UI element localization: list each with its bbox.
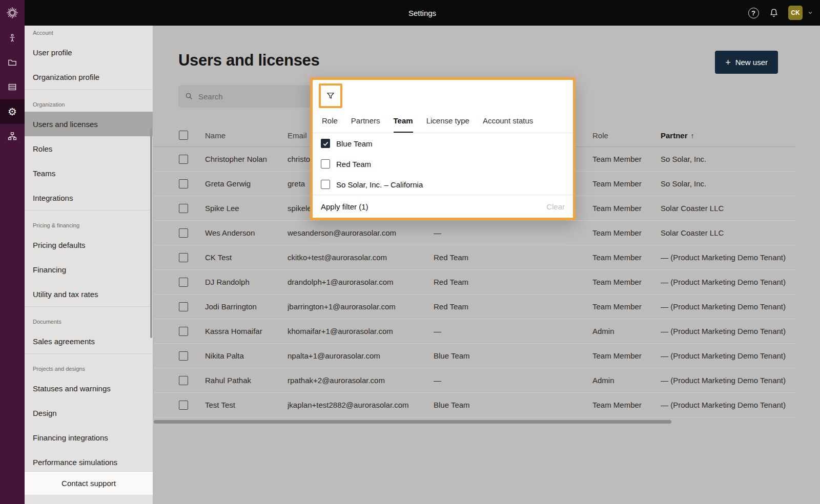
tab-license-type[interactable]: License type xyxy=(426,110,469,133)
column-header-name: Name xyxy=(205,131,288,140)
row-checkbox[interactable] xyxy=(179,302,188,311)
org-chart-icon[interactable] xyxy=(0,124,25,149)
help-icon[interactable]: ? xyxy=(747,7,760,19)
sidebar-item-teams[interactable]: Teams xyxy=(25,161,153,185)
row-checkbox[interactable] xyxy=(179,376,188,385)
checkbox-unchecked[interactable] xyxy=(321,180,330,189)
cell-name: Jodi Barrington xyxy=(205,302,288,311)
tab-team[interactable]: Team xyxy=(394,110,413,133)
row-checkbox[interactable] xyxy=(179,228,188,238)
sidebar-item-user-profile[interactable]: User profile xyxy=(25,40,153,65)
table-row[interactable]: Kassra Homaifar khomaifar+1@aurorasolar.… xyxy=(154,319,795,344)
column-header-partner[interactable]: Partner↑ xyxy=(661,131,795,140)
cell-role: Team Member xyxy=(592,253,661,262)
cell-role: Team Member xyxy=(592,228,661,237)
chevron-down-icon[interactable] xyxy=(807,7,814,19)
filter-footer: Apply filter (1) Clear xyxy=(313,195,573,218)
checkbox-checked[interactable] xyxy=(321,139,330,148)
bell-icon[interactable] xyxy=(768,7,780,19)
table-icon[interactable] xyxy=(0,75,25,99)
cell-team: Red Team xyxy=(434,302,592,311)
checkbox-unchecked[interactable] xyxy=(321,159,330,169)
filter-tabs: Role Partners Team License type Account … xyxy=(313,110,573,133)
gear-icon[interactable]: ⚙ xyxy=(0,99,25,124)
cell-partner: Solar Coaster LLC xyxy=(661,204,795,213)
table-row[interactable]: Rahul Pathak rpathak+2@aurorasolar.com —… xyxy=(154,368,795,393)
filter-button[interactable] xyxy=(319,83,342,108)
tab-partners[interactable]: Partners xyxy=(351,110,380,133)
app-rail: ⚙ xyxy=(0,0,25,504)
settings-sidebar: Account User profile Organization profil… xyxy=(25,26,153,504)
table-row[interactable]: CK Test ckitko+test@aurorasolar.com Red … xyxy=(154,245,795,270)
plus-icon: + xyxy=(725,58,731,67)
filter-options: Blue Team Red Team So Solar, Inc. – Cali… xyxy=(313,133,573,195)
select-all-checkbox[interactable] xyxy=(179,131,188,140)
filter-option-so-solar-california[interactable]: So Solar, Inc. – California xyxy=(313,174,573,195)
cell-partner: — (Product Marketing Demo Tenant) xyxy=(661,401,795,409)
aurora-logo-icon[interactable] xyxy=(0,0,25,26)
person-icon[interactable] xyxy=(0,26,25,50)
sidebar-item-financing-integrations[interactable]: Financing integrations xyxy=(25,425,153,450)
table-row[interactable]: Jodi Barrington jbarrington+1@aurorasola… xyxy=(154,295,795,319)
row-checkbox[interactable] xyxy=(179,179,188,188)
filter-option-blue-team[interactable]: Blue Team xyxy=(313,133,573,154)
row-checkbox[interactable] xyxy=(179,204,188,213)
contact-support-button[interactable]: Contact support xyxy=(25,471,153,495)
filter-option-red-team[interactable]: Red Team xyxy=(313,154,573,174)
folder-icon[interactable] xyxy=(0,50,25,75)
sidebar-scrollbar[interactable] xyxy=(150,128,152,338)
row-checkbox[interactable] xyxy=(179,351,188,361)
row-checkbox[interactable] xyxy=(179,278,188,287)
row-checkbox[interactable] xyxy=(179,155,188,164)
cell-name: Kassra Homaifar xyxy=(205,327,288,335)
cell-role: Admin xyxy=(592,376,661,385)
filter-popover: Role Partners Team License type Account … xyxy=(310,77,576,220)
cell-email: khomaifar+1@aurorasolar.com xyxy=(288,327,434,335)
table-row[interactable]: DJ Randolph drandolph+1@aurorasolar.com … xyxy=(154,270,795,295)
tab-account-status[interactable]: Account status xyxy=(483,110,533,133)
row-checkbox[interactable] xyxy=(179,401,188,410)
cell-email: wesanderson@aurorasolar.com xyxy=(288,228,434,237)
tab-role[interactable]: Role xyxy=(322,110,338,133)
cell-role: Team Member xyxy=(592,351,661,360)
cell-name: Greta Gerwig xyxy=(205,179,288,188)
clear-filter-button[interactable]: Clear xyxy=(546,202,565,211)
sidebar-item-statuses-warnings[interactable]: Statuses and warnings xyxy=(25,376,153,401)
apply-filter-button[interactable]: Apply filter (1) xyxy=(321,202,368,211)
sidebar-item-integrations[interactable]: Integrations xyxy=(25,185,153,210)
sidebar-item-financing[interactable]: Financing xyxy=(25,257,153,282)
table-row[interactable]: Test Test jkaplan+test2882@aurorasolar.c… xyxy=(154,393,795,417)
sidebar-item-utility-tax-rates[interactable]: Utility and tax rates xyxy=(25,282,153,306)
sidebar-item-pricing-defaults[interactable]: Pricing defaults xyxy=(25,233,153,257)
topbar: Settings ? CK xyxy=(25,0,820,26)
cell-email: rpathak+2@aurorasolar.com xyxy=(288,376,434,385)
sidebar-item-performance-simulations[interactable]: Performance simulations xyxy=(25,450,153,474)
sidebar-item-roles[interactable]: Roles xyxy=(25,136,153,161)
search-icon xyxy=(184,92,194,101)
cell-team: Red Team xyxy=(434,278,592,286)
sidebar-item-sales-agreements[interactable]: Sales agreements xyxy=(25,329,153,353)
row-checkbox[interactable] xyxy=(179,327,188,336)
cell-email: ckitko+test@aurorasolar.com xyxy=(288,253,434,262)
cell-team: Blue Team xyxy=(434,401,592,409)
section-label-documents: Documents xyxy=(25,306,153,329)
cell-role: Team Member xyxy=(592,155,661,163)
avatar[interactable]: CK xyxy=(788,6,803,20)
table-row[interactable]: Wes Anderson wesanderson@aurorasolar.com… xyxy=(154,221,795,245)
cell-role: Team Member xyxy=(592,278,661,286)
filter-funnel-icon xyxy=(326,91,335,100)
table-row[interactable]: Nikita Palta npalta+1@aurorasolar.com Bl… xyxy=(154,344,795,368)
cell-partner: Solar Coaster LLC xyxy=(661,228,795,237)
row-checkbox[interactable] xyxy=(179,253,188,262)
cell-partner: — (Product Marketing Demo Tenant) xyxy=(661,302,795,311)
table-horizontal-scrollbar[interactable] xyxy=(154,420,671,424)
cell-name: Rahul Pathak xyxy=(205,376,288,385)
new-user-button[interactable]: + New user xyxy=(715,51,778,74)
cell-partner: — (Product Marketing Demo Tenant) xyxy=(661,351,795,360)
sidebar-item-design[interactable]: Design xyxy=(25,401,153,425)
sort-up-icon: ↑ xyxy=(691,132,694,140)
cell-role: Team Member xyxy=(592,302,661,311)
sidebar-item-organization-profile[interactable]: Organization profile xyxy=(25,65,153,89)
cell-team: Red Team xyxy=(434,253,592,262)
sidebar-item-users-and-licenses[interactable]: Users and licenses xyxy=(25,112,153,136)
